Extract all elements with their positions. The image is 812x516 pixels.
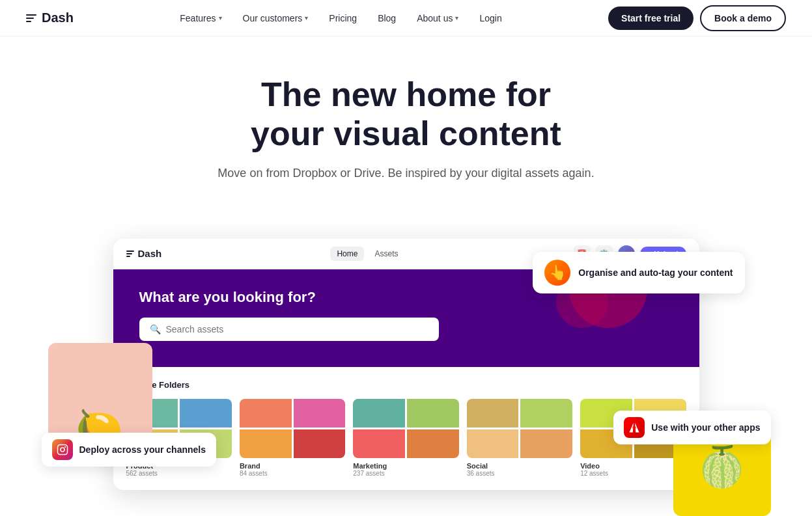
folder-img xyxy=(240,429,292,458)
fingerprint-icon: 👆 xyxy=(544,260,570,286)
instagram-icon xyxy=(52,439,73,460)
folder-social: Social 36 assets xyxy=(467,399,572,477)
folder-img xyxy=(520,399,572,428)
navigation: Dash Features ▾ Our customers ▾ Pricing … xyxy=(0,0,812,36)
apps-badge-text: Use with your other apps xyxy=(651,422,760,433)
left-float-area: 🍋 Deploy across your channels xyxy=(48,343,152,454)
book-demo-button[interactable]: Book a demo xyxy=(700,5,786,31)
folder-img xyxy=(520,429,572,458)
svg-rect-0 xyxy=(57,444,67,454)
chevron-down-icon: ▾ xyxy=(455,14,458,21)
nav-customers[interactable]: Our customers ▾ xyxy=(234,8,318,29)
folder-marketing: Marketing 237 assets xyxy=(353,399,458,477)
folder-img xyxy=(240,399,292,428)
folder-img xyxy=(407,429,459,458)
folder-img xyxy=(294,429,346,458)
hero-title: The new home for your visual content xyxy=(26,75,786,154)
dashboard-assets-link[interactable]: Assets xyxy=(368,247,404,261)
nav-actions: Start free trial Book a demo xyxy=(608,5,786,31)
folder-img xyxy=(294,399,346,428)
dash-mini-logo-icon xyxy=(126,251,134,257)
channel-badge: Deploy across your channels xyxy=(42,433,217,467)
channel-badge-text: Deploy across your channels xyxy=(79,444,206,455)
dashboard-home-link[interactable]: Home xyxy=(330,247,364,261)
kiwi-image: 🍈 xyxy=(697,444,746,490)
dashboard-nav-links: Home Assets xyxy=(330,247,404,261)
folders-title: Browse Folders xyxy=(126,380,686,390)
folder-img xyxy=(353,429,405,458)
right-float-area: Use with your other apps 🍈 xyxy=(673,418,771,516)
search-icon: 🔍 xyxy=(150,324,161,334)
nav-features[interactable]: Features ▾ xyxy=(171,8,231,29)
chevron-down-icon: ▾ xyxy=(305,14,308,21)
nav-blog[interactable]: Blog xyxy=(369,8,405,29)
folders-section: Browse Folders Product 562 assets xyxy=(113,367,699,490)
folder-img xyxy=(407,399,459,428)
auto-tag-badge: 👆 Organise and auto-tag your content xyxy=(533,252,744,293)
folder-img xyxy=(180,399,232,428)
apps-badge: Use with your other apps xyxy=(613,411,770,444)
nav-pricing[interactable]: Pricing xyxy=(320,8,366,29)
chevron-down-icon: ▾ xyxy=(219,14,222,21)
auto-tag-text: Organise and auto-tag your content xyxy=(578,267,733,278)
svg-point-2 xyxy=(64,446,66,447)
dashboard-logo: Dash xyxy=(126,248,162,259)
svg-point-1 xyxy=(61,448,64,452)
folder-img xyxy=(467,429,519,458)
folder-img xyxy=(353,399,405,428)
search-input[interactable] xyxy=(166,324,428,334)
logo-text: Dash xyxy=(42,10,74,25)
hero-section: The new home for your visual content Mov… xyxy=(0,36,812,239)
folder-img xyxy=(467,399,519,428)
start-trial-button[interactable]: Start free trial xyxy=(608,7,693,30)
search-box[interactable]: 🔍 xyxy=(139,318,439,341)
hero-subtitle: Move on from Dropbox or Drive. Be inspir… xyxy=(26,167,786,180)
folder-brand: Brand 84 assets xyxy=(240,399,345,477)
nav-logo[interactable]: Dash xyxy=(26,10,74,25)
nav-login[interactable]: Login xyxy=(470,8,511,29)
adobe-icon xyxy=(624,417,645,438)
demo-area: 👆 Organise and auto-tag your content 🍋 D… xyxy=(48,239,764,516)
dash-logo-icon xyxy=(26,14,36,22)
nav-about[interactable]: About us ▾ xyxy=(408,8,468,29)
nav-links: Features ▾ Our customers ▾ Pricing Blog … xyxy=(171,8,511,29)
